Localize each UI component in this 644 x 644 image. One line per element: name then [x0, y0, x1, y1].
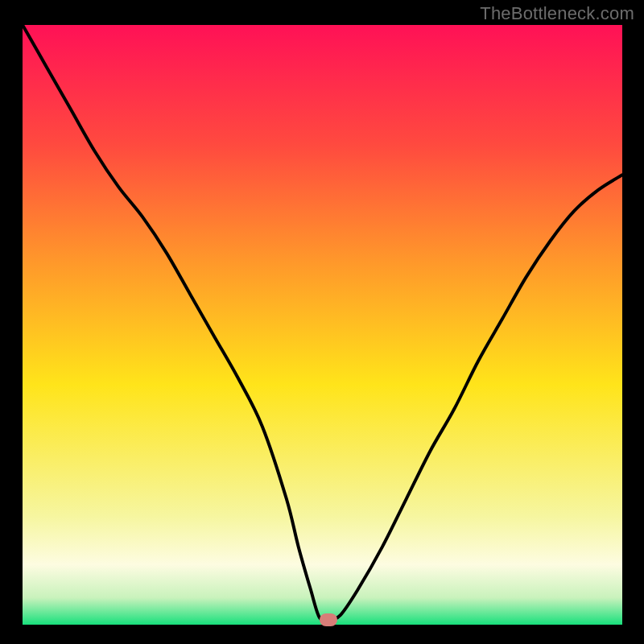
bottleneck-chart [0, 0, 644, 644]
optimum-marker [320, 613, 337, 626]
gradient-background [23, 25, 622, 625]
attribution-label: TheBottleneck.com [480, 3, 634, 24]
chart-frame: TheBottleneck.com [0, 0, 644, 644]
